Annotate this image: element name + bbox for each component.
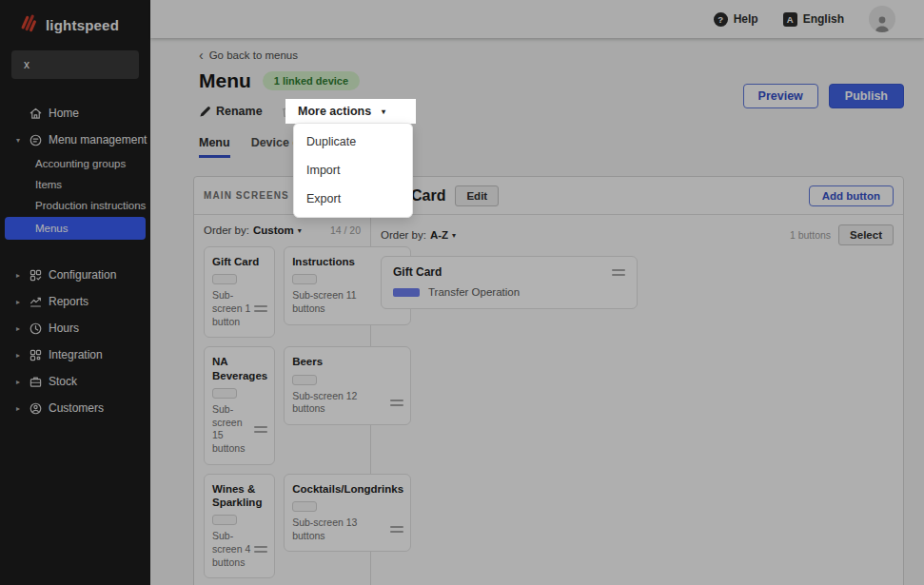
menu-item-export[interactable]: Export — [294, 185, 412, 213]
button-card[interactable]: Gift Card Transfer Operation — [381, 256, 638, 309]
more-actions-dropdown: More actions ▾ Duplicate Import Export — [285, 99, 416, 124]
caret-down-icon: ▾ — [298, 226, 302, 235]
hours-icon — [29, 322, 43, 336]
screen-color-chip — [292, 274, 317, 284]
chevron-right-icon: ▸ — [16, 298, 29, 306]
reports-icon — [29, 295, 43, 309]
sidebar: lightspeed x Home ▾ Menu management Acco… — [0, 0, 150, 585]
add-button-button[interactable]: Add button — [809, 185, 894, 206]
chevron-right-icon: ▸ — [16, 324, 29, 333]
order-by-value[interactable]: A-Z — [430, 229, 448, 241]
sidebar-item-customers[interactable]: ▸ Customers — [0, 395, 150, 421]
chevron-right-icon: ▸ — [16, 351, 29, 360]
order-by-value[interactable]: Custom — [253, 224, 294, 236]
caret-down-icon: ▾ — [16, 136, 29, 145]
drag-handle-icon[interactable] — [254, 543, 267, 556]
page-title: Menu — [199, 69, 251, 92]
help-icon: ? — [714, 12, 728, 27]
stock-icon — [29, 375, 43, 389]
language-button[interactable]: A English — [783, 12, 844, 27]
menu-item-import[interactable]: Import — [294, 156, 412, 185]
main-content: ‹ Go back to menus Menu 1 linked device … — [150, 38, 924, 585]
sidebar-item-configuration[interactable]: ▸ Configuration — [0, 262, 150, 288]
screen-card[interactable]: Wines & Sparkling Sub-screen 4 buttons — [204, 474, 275, 579]
chevron-right-icon: ▸ — [16, 378, 29, 386]
main-screens-title: MAIN SCREENS — [204, 190, 289, 201]
logo-text: lightspeed — [46, 17, 119, 33]
select-button[interactable]: Select — [838, 224, 894, 245]
chevron-right-icon: ▸ — [16, 404, 29, 413]
menu-editor-panel: MAIN SCREENS Add Order by: Custom ▾ 14 /… — [193, 176, 904, 585]
screen-color-chip — [212, 274, 237, 284]
screens-grid: Gift Card Sub-screen 1 button Instructio… — [204, 246, 361, 585]
screen-detail-panel: Gift Card Edit Add button Order by: A-Z … — [371, 177, 903, 585]
rename-button[interactable]: Rename — [199, 105, 263, 118]
button-color-chip — [393, 288, 420, 297]
flame-icon — [21, 12, 39, 37]
screen-color-chip — [292, 501, 317, 512]
sidebar-item-accounting-groups[interactable]: Accounting groups — [0, 153, 150, 174]
person-icon — [873, 13, 892, 32]
sidebar-item-reports[interactable]: ▸ Reports — [0, 288, 150, 315]
menu-item-duplicate[interactable]: Duplicate — [294, 127, 412, 156]
more-actions-button[interactable]: More actions ▾ — [285, 99, 416, 124]
caret-down-icon: ▾ — [382, 107, 385, 116]
screen-color-chip — [292, 375, 317, 385]
sidebar-item-items[interactable]: Items — [0, 174, 150, 195]
drag-handle-icon[interactable] — [254, 302, 267, 315]
customers-icon — [29, 401, 43, 416]
edit-screen-button[interactable]: Edit — [455, 185, 499, 206]
workspace-selector[interactable]: x — [11, 50, 139, 79]
tab-menu[interactable]: Menu — [199, 136, 230, 158]
sidebar-item-menus[interactable]: Menus — [5, 217, 146, 240]
screen-color-chip — [212, 515, 237, 525]
more-actions-menu: Duplicate Import Export — [293, 123, 413, 218]
linked-device-badge: 1 linked device — [263, 71, 360, 90]
caret-down-icon: ▾ — [452, 231, 456, 240]
order-by-label: Order by: — [204, 224, 249, 236]
user-avatar[interactable] — [869, 6, 895, 32]
sidebar-item-hours[interactable]: ▸ Hours — [0, 315, 150, 341]
lightspeed-logo: lightspeed — [0, 0, 150, 37]
language-icon: A — [783, 12, 797, 27]
screens-count: 14 / 20 — [330, 224, 361, 236]
sidebar-nav: Home ▾ Menu management Accounting groups… — [0, 100, 150, 421]
sidebar-item-menu-management[interactable]: ▾ Menu management — [0, 127, 150, 153]
sidebar-item-home[interactable]: Home — [0, 100, 150, 127]
back-chevron-icon: ‹ — [199, 50, 204, 60]
screen-card[interactable]: Gift Card Sub-screen 1 button — [204, 246, 275, 338]
buttons-count: 1 buttons — [790, 229, 831, 241]
home-icon — [29, 107, 43, 121]
drag-handle-icon[interactable] — [612, 266, 625, 279]
preview-button[interactable]: Preview — [743, 84, 818, 108]
main-screens-panel: MAIN SCREENS Add Order by: Custom ▾ 14 /… — [194, 177, 371, 585]
chevron-right-icon: ▸ — [16, 271, 29, 280]
order-by-label: Order by: — [381, 229, 426, 241]
configuration-icon — [29, 268, 43, 283]
screen-card[interactable]: NA Beverages Sub-screen 15 buttons — [204, 346, 275, 464]
sidebar-item-production-instructions[interactable]: Production instructions — [0, 195, 150, 216]
screen-color-chip — [212, 388, 237, 399]
topbar: ? Help A English — [150, 0, 924, 38]
integration-icon — [29, 348, 43, 362]
back-link[interactable]: ‹ Go back to menus — [199, 49, 298, 61]
help-button[interactable]: ? Help — [714, 12, 758, 27]
sidebar-item-stock[interactable]: ▸ Stock — [0, 368, 150, 395]
publish-button[interactable]: Publish — [829, 84, 904, 108]
pencil-icon — [199, 106, 211, 118]
sidebar-item-integration[interactable]: ▸ Integration — [0, 341, 150, 368]
menu-management-icon — [29, 133, 43, 147]
drag-handle-icon[interactable] — [254, 423, 267, 436]
